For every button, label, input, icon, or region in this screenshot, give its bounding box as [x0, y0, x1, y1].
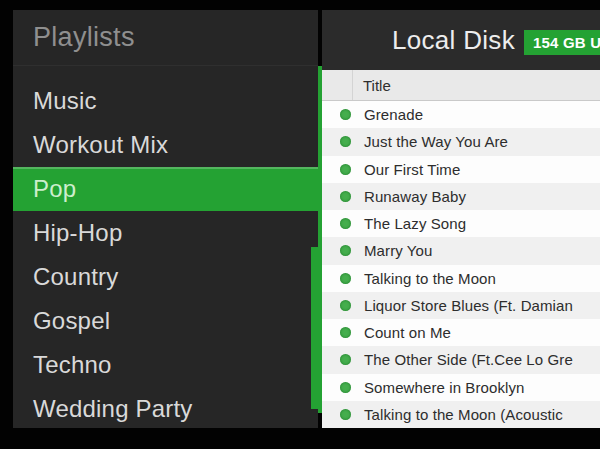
- track-status-dot-icon: [340, 164, 351, 175]
- track-status-dot-icon: [340, 191, 351, 202]
- track-title: Just the Way You Are: [364, 133, 508, 150]
- sidebar-item-wedding-party[interactable]: Wedding Party: [13, 387, 318, 428]
- storage-badge: 154 GB U: [524, 30, 600, 55]
- track-title: Talking to the Moon: [364, 270, 496, 287]
- track-status-dot-icon: [340, 300, 351, 311]
- track-title: Marry You: [364, 242, 432, 259]
- sidebar-item-country[interactable]: Country: [13, 255, 318, 299]
- page-title: Local Disk: [392, 25, 515, 56]
- sidebar-item-pop[interactable]: Pop: [13, 167, 318, 211]
- sidebar-item-label: Music: [33, 87, 97, 115]
- sidebar-item-music[interactable]: Music: [13, 79, 318, 123]
- sidebar-item-label: Country: [33, 263, 118, 291]
- sidebar-item-label: Pop: [33, 175, 76, 203]
- status-column-header: [322, 70, 353, 100]
- sidebar-item-workout-mix[interactable]: Workout Mix: [13, 123, 318, 167]
- table-row[interactable]: Grenade: [322, 101, 600, 128]
- track-status-dot-icon: [340, 136, 351, 147]
- track-status-dot-icon: [340, 409, 351, 420]
- track-status-dot-icon: [340, 245, 351, 256]
- table-row[interactable]: Just the Way You Are: [322, 128, 600, 155]
- track-status-dot-icon: [340, 273, 351, 284]
- track-status-dot-icon: [340, 109, 351, 120]
- table-row[interactable]: Runaway Baby: [322, 183, 600, 210]
- track-list: GrenadeJust the Way You AreOur First Tim…: [322, 101, 600, 428]
- table-row[interactable]: Talking to the Moon: [322, 265, 600, 292]
- sidebar-item-techno[interactable]: Techno: [13, 343, 318, 387]
- track-title: Liquor Store Blues (Ft. Damian: [364, 297, 573, 314]
- table-row[interactable]: Our First Time: [322, 156, 600, 183]
- table-row[interactable]: The Other Side (Ft.Cee Lo Gre: [322, 346, 600, 373]
- sidebar-item-label: Hip-Hop: [33, 219, 122, 247]
- track-title: The Other Side (Ft.Cee Lo Gre: [364, 351, 573, 368]
- local-disk-header: Local Disk 154 GB U: [322, 10, 600, 70]
- track-title: The Lazy Song: [364, 215, 466, 232]
- sidebar-item-hip-hop[interactable]: Hip-Hop: [13, 211, 318, 255]
- track-title: Somewhere in Brooklyn: [364, 379, 525, 396]
- table-row[interactable]: Somewhere in Brooklyn: [322, 374, 600, 401]
- playlist-list: MusicWorkout MixPopHip-HopCountryGospelT…: [13, 79, 318, 428]
- track-title: Our First Time: [364, 161, 460, 178]
- track-title: Talking to the Moon (Acoustic: [364, 406, 563, 423]
- track-title: Grenade: [364, 106, 423, 123]
- sidebar-item-label: Gospel: [33, 307, 110, 335]
- playlists-panel: Playlists MusicWorkout MixPopHip-HopCoun…: [13, 10, 318, 428]
- track-status-dot-icon: [340, 327, 351, 338]
- table-row[interactable]: Marry You: [322, 237, 600, 264]
- table-row[interactable]: Liquor Store Blues (Ft. Damian: [322, 292, 600, 319]
- track-status-dot-icon: [340, 382, 351, 393]
- app-window: Playlists MusicWorkout MixPopHip-HopCoun…: [0, 0, 600, 449]
- track-title: Count on Me: [364, 324, 451, 341]
- table-row[interactable]: The Lazy Song: [322, 210, 600, 237]
- sidebar-item-label: Wedding Party: [33, 395, 193, 423]
- sidebar-item-label: Workout Mix: [33, 131, 168, 159]
- track-table: Title GrenadeJust the Way You AreOur Fir…: [322, 70, 600, 428]
- scrollbar-thumb[interactable]: [311, 247, 322, 409]
- track-status-dot-icon: [340, 354, 351, 365]
- playlists-header: Playlists: [13, 10, 318, 66]
- sidebar-item-label: Techno: [33, 351, 112, 379]
- table-row[interactable]: Count on Me: [322, 319, 600, 346]
- sidebar-item-gospel[interactable]: Gospel: [13, 299, 318, 343]
- table-header-row: Title: [322, 70, 600, 101]
- table-row[interactable]: Talking to the Moon (Acoustic: [322, 401, 600, 428]
- track-title: Runaway Baby: [364, 188, 466, 205]
- track-status-dot-icon: [340, 218, 351, 229]
- column-header-title[interactable]: Title: [353, 70, 391, 100]
